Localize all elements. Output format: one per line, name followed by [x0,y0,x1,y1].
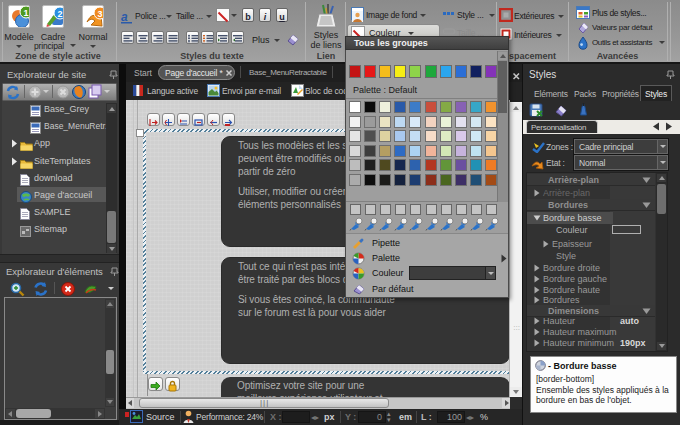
svg-text:3: 3 [97,9,102,19]
svg-text:1: 1 [23,8,28,18]
svg-text:2: 2 [57,9,62,19]
svg-text:a: a [121,10,128,24]
